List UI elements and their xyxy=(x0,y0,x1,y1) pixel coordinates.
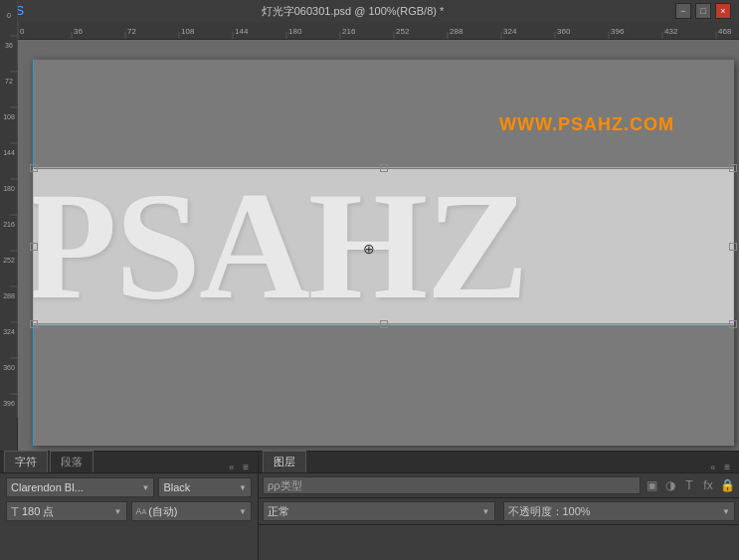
opacity-input[interactable]: 不透明度： 100% ▼ xyxy=(503,501,736,521)
char-panel-content: Clarendon Bl... ▼ Black ▼ T 180 点 ▼ xyxy=(0,473,258,560)
svg-text:252: 252 xyxy=(3,257,15,264)
svg-text:144: 144 xyxy=(235,27,249,36)
text-band: PSAHZ xyxy=(33,169,734,323)
opacity-label: 不透明度： xyxy=(508,504,563,519)
font-family-arrow: ▼ xyxy=(141,483,149,492)
close-button[interactable]: × xyxy=(715,3,731,19)
layers-search-bar[interactable]: ρ ρ类型 xyxy=(263,476,641,494)
svg-rect-29 xyxy=(0,40,18,418)
svg-text:72: 72 xyxy=(127,27,136,36)
document-canvas[interactable]: WWW.PSAHZ.COM PSAHZ xyxy=(33,60,734,446)
svg-text:324: 324 xyxy=(3,328,15,335)
tab-character[interactable]: 字符 xyxy=(4,451,48,472)
minimize-button[interactable]: − xyxy=(675,3,691,19)
svg-text:0: 0 xyxy=(20,27,25,36)
url-watermark: WWW.PSAHZ.COM xyxy=(499,114,674,135)
font-size-input[interactable]: T 180 点 ▼ xyxy=(6,501,127,521)
svg-text:396: 396 xyxy=(611,27,625,36)
layers-panel: 图层 « ≡ ρ ρ类型 ▣ ◑ T fx 🔒 xyxy=(259,452,739,560)
layers-panel-tabs: 图层 « ≡ xyxy=(259,452,739,473)
char-panel-tabs: 字符 段落 « ≡ xyxy=(0,452,258,473)
leading-icon: AA xyxy=(136,506,147,516)
window-controls: − □ × xyxy=(675,3,731,19)
layers-panel-icons: « ≡ xyxy=(708,462,735,472)
font-style-select[interactable]: Black ▼ xyxy=(158,477,252,497)
svg-text:72: 72 xyxy=(5,78,13,85)
layer-shape-icon[interactable]: fx xyxy=(700,477,716,493)
horizontal-ruler: 0 36 72 108 144 180 216 252 288 324 360 … xyxy=(0,22,739,40)
layers-filter-icons: ▣ ◑ T fx 🔒 xyxy=(644,477,735,493)
window-title: 灯光字060301.psd @ 100%(RGB/8) * xyxy=(30,4,675,19)
svg-text:252: 252 xyxy=(396,27,410,36)
leading-value: (自动) xyxy=(148,504,177,519)
svg-text:180: 180 xyxy=(288,27,302,36)
svg-text:360: 360 xyxy=(557,27,571,36)
bottom-panels: 字符 段落 « ≡ Clarendon Bl... ▼ Black ▼ xyxy=(0,451,739,560)
svg-text:36: 36 xyxy=(74,27,83,36)
svg-text:108: 108 xyxy=(3,113,15,120)
font-family-value: Clarendon Bl... xyxy=(11,481,139,493)
char-panel-icons: « ≡ xyxy=(227,462,254,472)
svg-text:396: 396 xyxy=(3,400,15,407)
main-canvas[interactable]: WWW.PSAHZ.COM PSAHZ xyxy=(18,40,739,451)
layers-panel-menu[interactable]: ≡ xyxy=(721,462,733,472)
search-type-label: ρ类型 xyxy=(274,478,301,493)
guide-line-bottom xyxy=(33,323,734,324)
font-size-arrow: ▼ xyxy=(114,507,122,516)
svg-text:216: 216 xyxy=(3,221,15,228)
font-size-row: T 180 点 ▼ AA (自动) ▼ xyxy=(6,501,252,521)
svg-text:468: 468 xyxy=(718,27,732,36)
layer-image-icon[interactable]: ▣ xyxy=(644,477,659,493)
svg-text:432: 432 xyxy=(664,27,678,36)
layer-type-icon[interactable]: T xyxy=(681,477,697,493)
svg-text:216: 216 xyxy=(342,27,356,36)
opacity-arrow: ▼ xyxy=(722,507,730,516)
font-style-arrow: ▼ xyxy=(239,483,247,492)
svg-text:324: 324 xyxy=(503,27,517,36)
blend-mode-row: 正常 ▼ 不透明度： 100% ▼ xyxy=(259,498,739,525)
layers-panel-collapse[interactable]: « xyxy=(708,463,717,472)
svg-text:144: 144 xyxy=(3,149,15,156)
svg-text:360: 360 xyxy=(3,364,15,371)
layer-lock-icon[interactable]: 🔒 xyxy=(719,477,735,493)
canvas-area: 0 36 72 108 144 180 216 252 288 324 xyxy=(0,40,739,451)
opacity-value: 100% xyxy=(563,505,591,517)
font-size-value: 180 点 xyxy=(22,504,54,519)
svg-text:36: 36 xyxy=(5,42,13,49)
blend-mode-value: 正常 xyxy=(268,504,480,519)
vertical-ruler: 0 36 72 108 144 180 216 252 288 324 xyxy=(0,40,18,451)
app-container: 0 36 72 108 144 180 216 252 288 324 360 … xyxy=(0,22,739,560)
font-size-icon: T xyxy=(11,504,19,519)
character-panel: 字符 段落 « ≡ Clarendon Bl... ▼ Black ▼ xyxy=(0,452,259,560)
font-family-select[interactable]: Clarendon Bl... ▼ xyxy=(6,477,154,497)
maximize-button[interactable]: □ xyxy=(695,3,711,19)
blend-mode-arrow: ▼ xyxy=(482,507,490,516)
tab-paragraph[interactable]: 段落 xyxy=(50,451,93,472)
layers-search-row: ρ ρ类型 ▣ ◑ T fx 🔒 xyxy=(259,473,739,498)
char-panel-menu[interactable]: ≡ xyxy=(240,462,252,472)
blend-mode-select[interactable]: 正常 ▼ xyxy=(263,501,495,521)
svg-text:180: 180 xyxy=(3,185,15,192)
leading-arrow: ▼ xyxy=(239,507,247,516)
title-bar: PS 灯光字060301.psd @ 100%(RGB/8) * − □ × xyxy=(0,0,739,22)
main-text: PSAHZ xyxy=(33,169,527,323)
font-style-value: Black xyxy=(163,481,237,493)
font-family-row: Clarendon Bl... ▼ Black ▼ xyxy=(6,477,252,497)
char-panel-collapse[interactable]: « xyxy=(227,463,236,472)
layer-adjust-icon[interactable]: ◑ xyxy=(662,477,678,493)
tab-layers[interactable]: 图层 xyxy=(263,451,306,472)
svg-text:108: 108 xyxy=(181,27,195,36)
svg-text:288: 288 xyxy=(450,27,463,36)
svg-text:288: 288 xyxy=(3,292,15,299)
leading-input[interactable]: AA (自动) ▼ xyxy=(131,501,253,521)
